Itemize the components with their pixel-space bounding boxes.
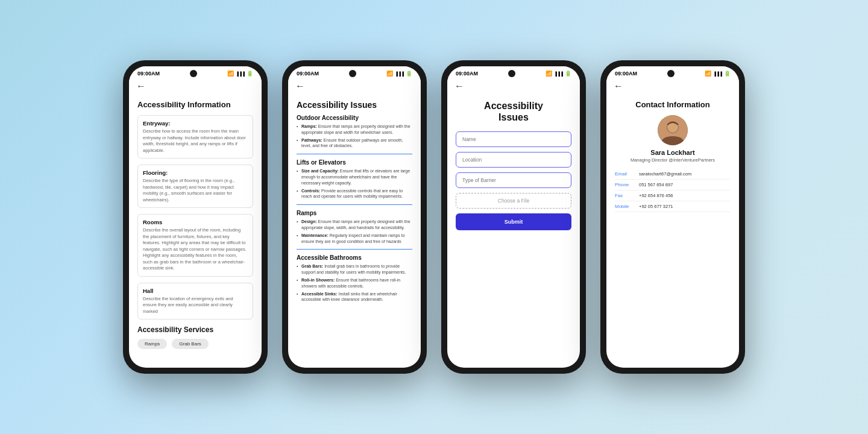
section-title-hall: Hall [143, 288, 248, 294]
section-text-rooms: Describe the overall layout of the room,… [143, 227, 248, 272]
avatar [658, 115, 688, 145]
time-4: 09:00AM [615, 71, 637, 77]
section-title-rooms: Rooms [143, 219, 248, 225]
nav-bar-2: ← [288, 78, 421, 95]
status-bar-4: 09:00AM 📶 ▐▐▐ 🔋 [606, 66, 739, 78]
value-mobile: +92 05 677 3271 [639, 204, 673, 209]
wifi-icon-2: 📶 [386, 71, 393, 77]
contact-name: Sara Lockhart [615, 149, 731, 156]
status-bar-2: 09:00AM 📶 ▐▐▐ 🔋 [288, 66, 421, 78]
submit-button[interactable]: Submit [456, 213, 571, 230]
nav-bar-3: ← [447, 78, 580, 95]
screen-content-3: AccessibilityIssues Choose a File Submit [447, 95, 580, 368]
cat-bathrooms: Accessible Bathrooms [297, 254, 412, 261]
phone-2: 09:00AM 📶 ▐▐▐ 🔋 ← Accessibility Issues O… [282, 60, 427, 374]
battery-icon-4: 🔋 [724, 71, 731, 77]
back-button-2[interactable]: ← [295, 81, 305, 92]
signal-icon-3: ▐▐▐ [554, 72, 563, 76]
item-maintenance: Maintenance: Regularly inspect and maint… [297, 233, 412, 245]
label-fax: Fax [615, 193, 639, 198]
item-pathways: Pathways: Ensure that outdoor pathways a… [297, 137, 412, 149]
notch-4 [667, 70, 675, 77]
item-roll-in: Roll-in Showers: Ensure that bathrooms h… [297, 277, 412, 289]
time-1: 09:00AM [137, 71, 160, 77]
value-fax: +92 654 876 456 [639, 193, 673, 198]
back-button-3[interactable]: ← [454, 81, 464, 92]
form-title-3: AccessibilityIssues [456, 100, 571, 123]
item-controls: Controls: Provide accessible controls th… [297, 188, 412, 200]
list-lifts: Size and Capacity: Ensure that lifts or … [297, 168, 412, 200]
back-button-1[interactable]: ← [136, 81, 146, 92]
list-outdoor: Ramps: Ensure that ramps are properly de… [297, 124, 412, 149]
contact-row-email: Email saralochart67@gmail.com [615, 169, 731, 180]
notch-3 [508, 70, 515, 77]
time-2: 09:00AM [297, 71, 319, 77]
signal-icon-2: ▐▐▐ [395, 72, 404, 76]
battery-icon-1: 🔋 [247, 71, 253, 77]
contact-row-mobile: Mobile +92 05 677 3271 [615, 201, 731, 212]
value-phone: 051 567 654 897 [639, 182, 673, 187]
section-rooms: Rooms Describe the overall layout of the… [137, 214, 253, 277]
contact-row-fax: Fax +92 654 876 456 [615, 190, 731, 201]
screen-content-1: Accessibility Information Entryway: Desc… [129, 95, 262, 368]
name-input[interactable] [456, 131, 571, 147]
cat-ramps: Ramps [297, 210, 412, 216]
location-input[interactable] [456, 152, 571, 168]
file-chooser[interactable]: Choose a File [456, 193, 571, 209]
screen-content-4: Contact Information Sara Lockhart Managi… [606, 95, 739, 368]
value-email: saralochart67@gmail.com [639, 171, 691, 177]
wifi-icon-3: 📶 [546, 71, 552, 77]
nav-bar-4: ← [606, 78, 739, 95]
contact-role: Managing Director @InterVenturePartners [615, 157, 731, 163]
barrier-input[interactable] [456, 172, 571, 188]
status-icons-3: 📶 ▐▐▐ 🔋 [546, 71, 571, 77]
item-sinks: Accessible Sinks: Install sinks that are… [297, 291, 412, 303]
battery-icon-3: 🔋 [565, 71, 571, 77]
time-3: 09:00AM [456, 71, 478, 77]
avatar-container [615, 115, 731, 145]
screen-content-2: Accessibility Issues Outdoor Accessibili… [288, 95, 421, 368]
section-title-entryway: Entryway: [143, 120, 248, 127]
item-ramps: Ramps: Ensure that ramps are properly de… [297, 124, 412, 136]
wifi-icon-4: 📶 [705, 71, 711, 77]
status-icons-1: 📶 ▐▐▐ 🔋 [227, 71, 253, 77]
cat-outdoor: Outdoor Accessibility [297, 115, 412, 121]
section-text-entryway: Describe how to access the room from the… [143, 128, 248, 154]
section-flooring: Flooring: Describe the type of flooring … [137, 165, 253, 208]
cat-lifts: Lifts or Elevators [297, 159, 412, 166]
nav-bar-1: ← [129, 78, 262, 95]
phone-4: 09:00AM 📶 ▐▐▐ 🔋 ← Contact Information [600, 60, 745, 374]
label-phone: Phone [615, 182, 639, 187]
battery-icon-2: 🔋 [406, 71, 412, 77]
section-text-flooring: Describe the type of flooring in the roo… [143, 178, 248, 203]
chip-ramps[interactable]: Ramps [137, 339, 167, 349]
chips-row: Ramps Grab Bars [137, 339, 253, 349]
contact-title: Contact Information [615, 100, 731, 109]
section-entryway: Entryway: Describe how to access the roo… [137, 115, 253, 159]
page-title-1: Accessibility Information [137, 100, 253, 109]
item-grab-bars: Grab Bars: Install grab bars in bathroom… [297, 263, 412, 275]
signal-icon-1: ▐▐▐ [236, 72, 245, 76]
chip-grab-bars[interactable]: Grab Bars [172, 339, 208, 349]
signal-icon-4: ▐▐▐ [713, 72, 722, 76]
phone-1: 09:00AM 📶 ▐▐▐ 🔋 ← Accessibility Informat… [123, 60, 268, 374]
list-ramps: Design: Ensure that ramps are properly d… [297, 219, 412, 244]
phones-container: 09:00AM 📶 ▐▐▐ 🔋 ← Accessibility Informat… [111, 48, 757, 386]
section-hall: Hall Describe the location of emergency … [137, 283, 253, 320]
phone-3: 09:00AM 📶 ▐▐▐ 🔋 ← AccessibilityIssues Ch… [441, 60, 586, 374]
list-bathrooms: Grab Bars: Install grab bars in bathroom… [297, 263, 412, 303]
back-button-4[interactable]: ← [614, 81, 623, 92]
issues-title-2: Accessibility Issues [297, 100, 412, 110]
item-size: Size and Capacity: Ensure that lifts or … [297, 168, 412, 186]
status-bar-1: 09:00AM 📶 ▐▐▐ 🔋 [129, 66, 262, 78]
label-email: Email [615, 171, 639, 177]
item-design: Design: Ensure that ramps are properly d… [297, 219, 412, 231]
notch-1 [190, 70, 197, 77]
wifi-icon-1: 📶 [227, 71, 234, 77]
status-icons-2: 📶 ▐▐▐ 🔋 [386, 71, 412, 77]
status-icons-4: 📶 ▐▐▐ 🔋 [705, 71, 731, 77]
contact-row-phone: Phone 051 567 654 897 [615, 180, 731, 190]
section-text-hall: Describe the location of emergency exits… [143, 296, 248, 315]
section-title-flooring: Flooring: [143, 169, 248, 176]
contact-table: Email saralochart67@gmail.com Phone 051 … [615, 169, 731, 212]
